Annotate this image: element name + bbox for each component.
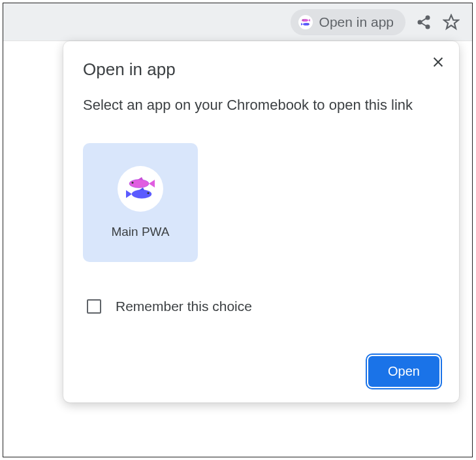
action-row: Open (83, 356, 439, 387)
share-icon[interactable] (415, 13, 433, 31)
dialog-subtitle: Select an app on your Chromebook to open… (83, 94, 439, 116)
dialog-title: Open in app (83, 59, 439, 80)
fish-app-icon (118, 166, 163, 212)
svg-line-7 (421, 18, 426, 22)
browser-toolbar: Open in app (3, 3, 472, 41)
chip-label: Open in app (319, 14, 394, 30)
open-in-app-chip[interactable]: Open in app (291, 9, 405, 35)
svg-line-8 (421, 23, 426, 26)
star-icon[interactable] (442, 13, 460, 31)
svg-point-0 (302, 19, 308, 22)
open-in-app-dialog: Open in app Select an app on your Chrome… (63, 41, 459, 402)
remember-checkbox[interactable] (87, 299, 101, 314)
svg-point-3 (308, 23, 308, 24)
fish-app-icon (298, 15, 313, 29)
open-button[interactable]: Open (368, 356, 439, 387)
close-icon[interactable] (428, 52, 449, 73)
svg-point-1 (302, 19, 303, 20)
svg-marker-9 (444, 15, 458, 29)
svg-point-2 (303, 23, 309, 25)
svg-point-17 (148, 192, 150, 194)
app-label: Main PWA (111, 225, 169, 239)
svg-point-14 (132, 182, 134, 184)
remember-label: Remember this choice (116, 299, 252, 314)
remember-row: Remember this choice (87, 299, 439, 314)
app-option-main-pwa[interactable]: Main PWA (83, 143, 198, 262)
